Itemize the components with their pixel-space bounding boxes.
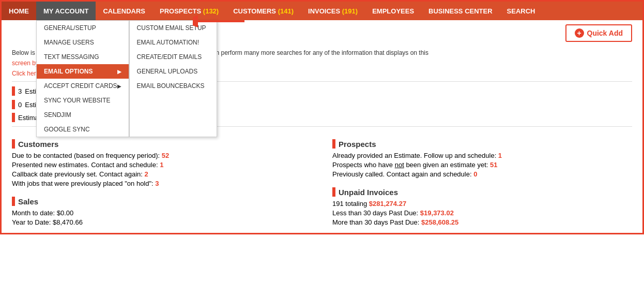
prospects-item-2: Previously called. Contact again and sch… xyxy=(332,170,632,178)
two-column-section: Customers Due to be contacted (based on … xyxy=(12,132,632,228)
prospects-value-0[interactable]: 1 xyxy=(498,152,502,159)
customers-item-0: Due to be contacted (based on frequency … xyxy=(12,152,312,159)
dd-manage-users[interactable]: MANAGE USERS xyxy=(37,35,129,50)
sales-header: Sales xyxy=(12,197,312,206)
nav-home[interactable]: HOME xyxy=(2,2,36,20)
orange-bar-sales xyxy=(12,197,15,206)
top-navigation: HOME MY ACCOUNT GENERAL/SETUP MANAGE USE… xyxy=(2,2,642,20)
dd-create-edit-emails[interactable]: CREATE/EDIT EMAILS xyxy=(130,50,217,64)
red-arrow-indicator xyxy=(193,10,250,34)
right-column: Prospects Already provided an Estimate. … xyxy=(332,132,632,228)
customers-value-2[interactable]: 2 xyxy=(145,170,148,178)
nav-my-account[interactable]: MY ACCOUNT GENERAL/SETUP MANAGE USERS TE… xyxy=(36,2,96,20)
nav-calendars[interactable]: CALENDARS xyxy=(96,2,152,20)
prospects-header: Prospects xyxy=(332,139,632,149)
submenu-arrow-icon: ▶ xyxy=(117,69,121,75)
nav-search[interactable]: SEARCH xyxy=(500,2,543,20)
customers-item-1: Presented new estimates. Contact and sch… xyxy=(12,161,312,169)
click-here-link[interactable]: Click here xyxy=(12,70,39,77)
unpaid-invoices-header: Unpaid Invoices xyxy=(332,187,632,197)
estimates-declined-count: 0 xyxy=(18,101,22,109)
prospects-value-2[interactable]: 0 xyxy=(473,170,477,178)
customers-item-2: Callback date previously set. Contact ag… xyxy=(12,170,312,178)
dd-email-automation[interactable]: EMAIL AUTOMATION! xyxy=(130,35,217,50)
customers-value-0[interactable]: 52 xyxy=(162,152,169,159)
email-options-submenu: CUSTOM EMAIL SETUP EMAIL AUTOMATION! CRE… xyxy=(129,20,217,137)
unpaid-value-1[interactable]: $19,373.02 xyxy=(420,209,454,217)
left-column: Customers Due to be contacted (based on … xyxy=(12,132,312,228)
customers-value-1[interactable]: 1 xyxy=(160,161,163,169)
sales-value-0: $0.00 xyxy=(57,209,74,217)
orange-bar-customers xyxy=(12,139,15,149)
prospects-item-0: Already provided an Estimate. Follow up … xyxy=(332,152,632,159)
nav-employees[interactable]: EMPLOYEES xyxy=(365,2,421,20)
orange-bar-declined xyxy=(12,100,15,109)
customers-value-3[interactable]: 3 xyxy=(155,180,159,187)
orange-bar-prospects xyxy=(332,139,335,149)
quick-add-button[interactable]: + Quick Add xyxy=(565,24,633,42)
dd-general-setup[interactable]: GENERAL/SETUP xyxy=(37,21,129,35)
unpaid-item-2: More than 30 days Past Due: $258,608.25 xyxy=(332,218,632,226)
screen-by-link[interactable]: screen by xyxy=(12,60,39,67)
customers-item-3: With jobs that were previously placed "o… xyxy=(12,180,312,187)
submenu-arrow-icon2: ▶ xyxy=(117,83,121,89)
dd-sync-website[interactable]: SYNC YOUR WEBSITE xyxy=(37,93,129,108)
dd-accept-credit-cards[interactable]: ACCEPT CREDIT CARDS ▶ xyxy=(37,79,129,93)
dd-email-bouncebacks[interactable]: EMAIL BOUNCEBACKS xyxy=(130,79,217,93)
dropdown-main-menu: GENERAL/SETUP MANAGE USERS TEXT MESSAGIN… xyxy=(36,20,129,137)
unpaid-value-2[interactable]: $258,608.25 xyxy=(421,218,458,226)
dd-email-options[interactable]: EMAIL OPTIONS ▶ xyxy=(37,64,129,79)
unpaid-item-1: Less than 30 days Past Due: $19,373.02 xyxy=(332,209,632,217)
sales-item-0: Month to date: $0.00 xyxy=(12,209,312,217)
plus-icon: + xyxy=(575,28,584,38)
unpaid-item-0: 191 totaling $281,274.27 xyxy=(332,200,632,208)
dd-sendjim[interactable]: SENDJIM xyxy=(37,108,129,122)
nav-business-center[interactable]: BUSINESS CENTER xyxy=(421,2,500,20)
prospects-value-1[interactable]: 51 xyxy=(490,161,497,169)
customers-header: Customers xyxy=(12,139,312,149)
dd-google-sync[interactable]: GOOGLE SYNC xyxy=(37,122,129,137)
my-account-dropdown: GENERAL/SETUP MANAGE USERS TEXT MESSAGIN… xyxy=(36,20,217,137)
nav-invoices[interactable]: INVOICES (191) xyxy=(301,2,365,20)
unpaid-value-0[interactable]: $281,274.27 xyxy=(369,200,406,208)
prospects-item-1: Prospects who have not been given an est… xyxy=(332,161,632,169)
estimates-accepted-count: 3 xyxy=(18,87,22,95)
sales-value-1: $8,470.66 xyxy=(53,218,83,226)
dd-text-messaging[interactable]: TEXT MESSAGING xyxy=(37,50,129,64)
orange-bar-converted xyxy=(12,113,15,122)
dd-general-uploads[interactable]: GENERAL UPLOADS xyxy=(130,64,217,79)
orange-bar-accepted xyxy=(12,86,15,96)
orange-bar-invoices xyxy=(332,187,335,197)
sales-item-1: Year to Date: $8,470.66 xyxy=(12,218,312,226)
